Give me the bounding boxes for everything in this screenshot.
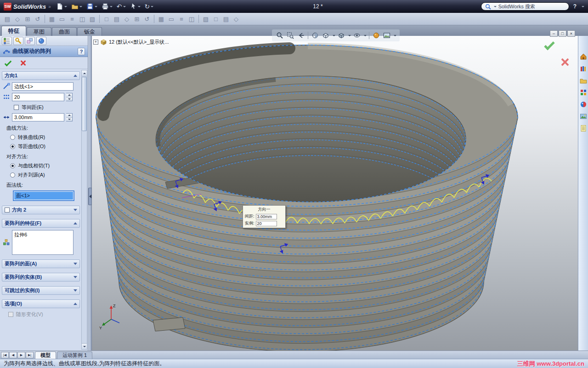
tree-root-label[interactable]: 12 (默认<<默认>_显示状... <box>109 39 169 46</box>
tool-icon[interactable]: ▤ <box>112 14 121 23</box>
model-canvas[interactable]: ZY <box>92 36 578 351</box>
tab-scroll-left-button[interactable]: ◀ <box>9 352 17 358</box>
tool-icon[interactable]: ≡ <box>68 14 77 23</box>
tool-icon[interactable]: ◇ <box>232 14 241 23</box>
featuremanager-tab[interactable] <box>2 37 12 45</box>
tool-icon[interactable]: ↺ <box>142 14 152 23</box>
tool-icon[interactable]: ▦ <box>157 14 166 23</box>
menu-expand-icon[interactable]: » <box>48 4 51 9</box>
tool-icon[interactable]: ▤ <box>221 14 231 23</box>
spacing-stepper[interactable] <box>66 113 73 121</box>
offset-curve-radio[interactable] <box>10 144 15 149</box>
open-button[interactable] <box>70 1 84 12</box>
configurationmanager-tab[interactable] <box>25 37 35 45</box>
pm-ok-button[interactable] <box>5 59 12 67</box>
scroll-up-button[interactable] <box>82 70 87 76</box>
tool-icon[interactable]: ◫ <box>78 14 87 23</box>
tab-surface[interactable]: 曲面 <box>52 27 77 36</box>
undo-button[interactable]: ↶ <box>115 1 127 12</box>
tool-icon[interactable]: ▭ <box>57 14 67 23</box>
tool-icon[interactable]: ⊞ <box>23 14 32 23</box>
tool-icon[interactable]: ↺ <box>33 14 42 23</box>
section-direction2[interactable]: 方向 2 <box>2 206 80 214</box>
instance-count-input[interactable]: 20 <box>12 93 64 101</box>
tab-sheetmetal[interactable]: 钣金 <box>77 27 102 36</box>
tool-icon[interactable]: ≡ <box>177 14 186 23</box>
equal-spacing-checkbox[interactable] <box>14 105 19 110</box>
transform-curve-option[interactable]: 转换曲线(R) <box>10 134 80 141</box>
solidworks-resources-icon[interactable] <box>579 52 587 60</box>
scroll-thumb[interactable] <box>82 77 87 131</box>
expand-chevron-icon[interactable] <box>74 289 77 292</box>
confirmation-cancel-button[interactable] <box>560 58 570 68</box>
tool-icon[interactable]: ▭ <box>167 14 176 23</box>
file-explorer-icon[interactable] <box>579 76 587 84</box>
tooltip-instances-value[interactable]: 20 <box>256 221 277 226</box>
transform-curve-radio[interactable] <box>10 135 15 140</box>
view-orientation-icon[interactable] <box>321 31 330 40</box>
expand-chevron-icon[interactable] <box>74 209 77 211</box>
hide-show-items-icon[interactable] <box>352 31 362 40</box>
graphics-area[interactable]: ZY + 12 (默认<<默认>_显示状... <box>92 36 578 351</box>
dropdown-caret-icon[interactable] <box>348 35 351 36</box>
instance-count-stepper[interactable] <box>66 93 73 101</box>
dropdown-caret-icon[interactable] <box>333 35 335 36</box>
tab-scroll-last-button[interactable]: ▶| <box>26 352 34 358</box>
dropdown-caret-icon[interactable] <box>364 35 367 36</box>
feature-list-item[interactable]: 拉伸6 <box>14 231 71 238</box>
tab-motion-study[interactable]: 运动算例 1 <box>57 351 92 359</box>
spacing-input[interactable]: 3.00mm <box>12 113 64 121</box>
splitter-handle[interactable] <box>88 188 92 205</box>
tab-model[interactable]: 模型 <box>35 351 56 359</box>
tab-sketch[interactable]: 草图 <box>27 27 51 36</box>
tool-icon[interactable]: ▦ <box>47 14 57 23</box>
offset-curve-option[interactable]: 等距曲线(O) <box>10 143 80 150</box>
titlebar-caret-icon[interactable] <box>582 6 584 7</box>
scroll-down-button[interactable] <box>82 343 87 349</box>
collapse-chevron-icon[interactable] <box>74 222 77 224</box>
tool-icon[interactable]: □ <box>211 14 220 23</box>
vary-sketch-checkbox[interactable] <box>8 312 13 317</box>
face-normal-selection-box[interactable]: 面<1> <box>13 190 74 201</box>
dimxpertmanager-tab[interactable] <box>36 37 46 45</box>
align-to-seed-option[interactable]: 对齐到源(A) <box>10 172 80 178</box>
select-button[interactable] <box>129 1 142 12</box>
search-scope-caret-icon[interactable] <box>494 6 497 7</box>
direction2-checkbox[interactable] <box>5 207 10 213</box>
section-faces-to-pattern[interactable]: 要阵列的面(A) <box>2 259 80 268</box>
tooltip-spacing-value[interactable]: 3.00mm <box>256 214 277 219</box>
search-box[interactable]: SolidWorks 搜索 <box>481 2 569 11</box>
section-features-to-pattern[interactable]: 要阵列的特征(F) <box>2 219 80 228</box>
tangent-to-curve-radio[interactable] <box>10 163 15 168</box>
tangent-to-curve-option[interactable]: 与曲线相切(T) <box>10 162 80 169</box>
tool-icon[interactable]: ▤ <box>3 14 12 23</box>
expand-chevron-icon[interactable] <box>74 276 77 278</box>
tab-scroll-right-button[interactable]: ▶ <box>17 352 25 358</box>
apply-scene-icon[interactable] <box>382 31 391 40</box>
tool-icon[interactable]: ◇ <box>13 14 22 23</box>
propertymanager-tab[interactable] <box>13 37 23 45</box>
tool-icon[interactable]: ▧ <box>88 14 97 23</box>
section-options[interactable]: 选项(O) <box>2 299 80 308</box>
section-bodies-to-pattern[interactable]: 要阵列的实体(B) <box>2 273 80 282</box>
expand-chevron-icon[interactable] <box>74 263 77 265</box>
view-palette-icon[interactable] <box>579 88 587 96</box>
tool-icon[interactable]: ◫ <box>187 14 196 23</box>
appearances-icon[interactable] <box>579 100 587 108</box>
feature-tree-flyout[interactable]: + 12 (默认<<默认>_显示状... <box>93 39 169 46</box>
close-button[interactable]: × <box>567 30 575 37</box>
design-library-icon[interactable] <box>579 64 587 72</box>
help-button[interactable]: ? <box>571 3 579 10</box>
face-selection-item[interactable]: 面<1> <box>14 192 73 200</box>
tab-scroll-first-button[interactable]: |◀ <box>1 352 9 358</box>
edit-appearance-icon[interactable] <box>372 31 381 40</box>
zoom-area-icon[interactable] <box>286 31 295 40</box>
collapse-chevron-icon[interactable] <box>74 75 77 77</box>
tool-icon[interactable]: ▧ <box>201 14 210 23</box>
tab-features[interactable]: 特征 <box>1 26 26 36</box>
restore-button[interactable]: □ <box>559 30 566 37</box>
confirmation-ok-button[interactable] <box>544 42 554 48</box>
section-instances-to-skip[interactable]: 可跳过的实例(I) <box>2 286 80 295</box>
tool-icon[interactable]: ◇ <box>122 14 131 23</box>
search-input[interactable]: SolidWorks 搜索 <box>498 3 535 10</box>
